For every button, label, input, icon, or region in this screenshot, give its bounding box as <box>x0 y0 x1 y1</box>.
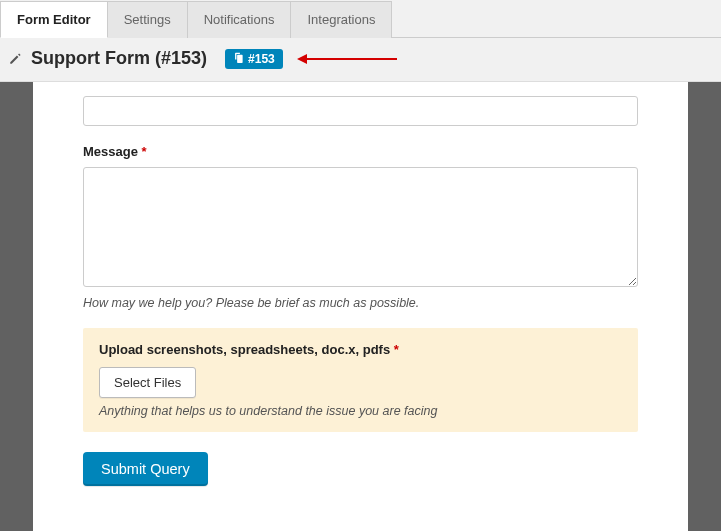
tab-form-editor[interactable]: Form Editor <box>0 1 108 38</box>
upload-label: Upload screenshots, spreadsheets, doc.x,… <box>99 342 622 357</box>
required-mark: * <box>142 144 147 159</box>
select-files-button[interactable]: Select Files <box>99 367 196 398</box>
tab-settings[interactable]: Settings <box>108 1 188 38</box>
form-panel: Message * How may we help you? Please be… <box>33 82 688 531</box>
upload-label-text: Upload screenshots, spreadsheets, doc.x,… <box>99 342 390 357</box>
tab-notifications[interactable]: Notifications <box>188 1 292 38</box>
annotation-arrow <box>297 54 397 64</box>
page-title: Support Form (#153) <box>31 48 207 69</box>
message-label-text: Message <box>83 144 138 159</box>
right-gutter <box>688 82 721 531</box>
left-gutter <box>0 82 33 531</box>
copy-icon <box>233 52 244 66</box>
submit-button[interactable]: Submit Query <box>83 452 208 486</box>
edit-icon <box>8 51 23 66</box>
tab-integrations[interactable]: Integrations <box>291 1 392 38</box>
prev-field <box>83 96 638 126</box>
editor-canvas: Message * How may we help you? Please be… <box>0 82 721 531</box>
message-help: How may we help you? Please be brief as … <box>83 296 638 310</box>
upload-field: Upload screenshots, spreadsheets, doc.x,… <box>83 328 638 432</box>
message-field: Message * How may we help you? Please be… <box>83 144 638 310</box>
form-id-text: #153 <box>248 52 275 66</box>
form-id-badge[interactable]: #153 <box>225 49 283 69</box>
title-bar: Support Form (#153) #153 <box>0 38 721 82</box>
upload-help: Anything that helps us to understand the… <box>99 404 622 418</box>
prev-text-input[interactable] <box>83 96 638 126</box>
tab-bar: Form Editor Settings Notifications Integ… <box>0 0 721 38</box>
required-mark: * <box>394 342 399 357</box>
message-label: Message * <box>83 144 638 159</box>
message-textarea[interactable] <box>83 167 638 287</box>
